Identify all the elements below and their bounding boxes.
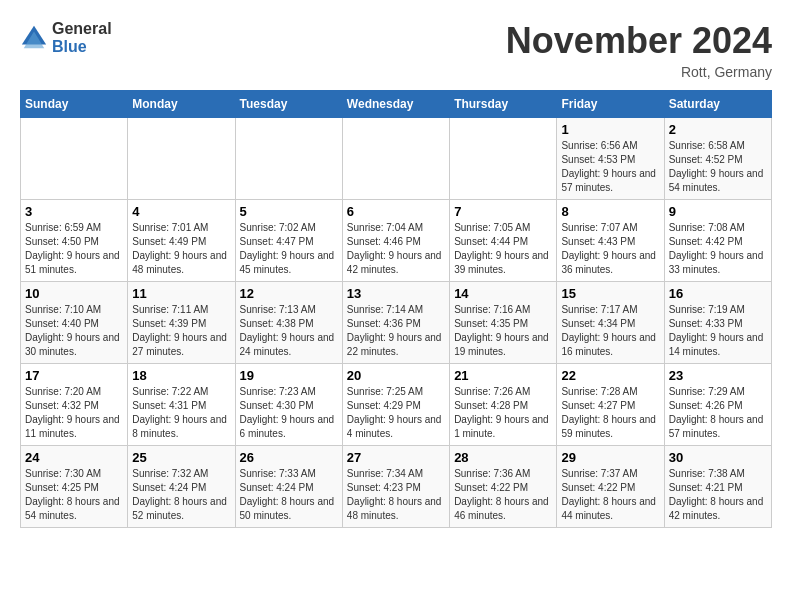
day-number: 2	[669, 122, 767, 137]
day-number: 10	[25, 286, 123, 301]
day-info: Sunrise: 7:25 AM Sunset: 4:29 PM Dayligh…	[347, 385, 445, 441]
day-number: 3	[25, 204, 123, 219]
calendar-cell: 13Sunrise: 7:14 AM Sunset: 4:36 PM Dayli…	[342, 282, 449, 364]
calendar-body: 1Sunrise: 6:56 AM Sunset: 4:53 PM Daylig…	[21, 118, 772, 528]
calendar-cell: 7Sunrise: 7:05 AM Sunset: 4:44 PM Daylig…	[450, 200, 557, 282]
calendar-cell: 28Sunrise: 7:36 AM Sunset: 4:22 PM Dayli…	[450, 446, 557, 528]
logo-text: General Blue	[52, 20, 112, 55]
day-info: Sunrise: 7:08 AM Sunset: 4:42 PM Dayligh…	[669, 221, 767, 277]
title-block: November 2024 Rott, Germany	[506, 20, 772, 80]
day-number: 28	[454, 450, 552, 465]
day-info: Sunrise: 7:33 AM Sunset: 4:24 PM Dayligh…	[240, 467, 338, 523]
day-info: Sunrise: 7:19 AM Sunset: 4:33 PM Dayligh…	[669, 303, 767, 359]
day-number: 18	[132, 368, 230, 383]
calendar-cell: 18Sunrise: 7:22 AM Sunset: 4:31 PM Dayli…	[128, 364, 235, 446]
day-number: 6	[347, 204, 445, 219]
day-number: 20	[347, 368, 445, 383]
logo-icon	[20, 24, 48, 52]
day-number: 12	[240, 286, 338, 301]
day-info: Sunrise: 7:17 AM Sunset: 4:34 PM Dayligh…	[561, 303, 659, 359]
day-info: Sunrise: 7:38 AM Sunset: 4:21 PM Dayligh…	[669, 467, 767, 523]
calendar-cell: 26Sunrise: 7:33 AM Sunset: 4:24 PM Dayli…	[235, 446, 342, 528]
day-number: 21	[454, 368, 552, 383]
day-number: 23	[669, 368, 767, 383]
col-friday: Friday	[557, 91, 664, 118]
calendar-week-2: 10Sunrise: 7:10 AM Sunset: 4:40 PM Dayli…	[21, 282, 772, 364]
day-info: Sunrise: 7:29 AM Sunset: 4:26 PM Dayligh…	[669, 385, 767, 441]
day-info: Sunrise: 7:10 AM Sunset: 4:40 PM Dayligh…	[25, 303, 123, 359]
calendar-cell: 9Sunrise: 7:08 AM Sunset: 4:42 PM Daylig…	[664, 200, 771, 282]
day-info: Sunrise: 7:22 AM Sunset: 4:31 PM Dayligh…	[132, 385, 230, 441]
day-number: 8	[561, 204, 659, 219]
day-info: Sunrise: 7:05 AM Sunset: 4:44 PM Dayligh…	[454, 221, 552, 277]
calendar-cell: 21Sunrise: 7:26 AM Sunset: 4:28 PM Dayli…	[450, 364, 557, 446]
calendar-week-4: 24Sunrise: 7:30 AM Sunset: 4:25 PM Dayli…	[21, 446, 772, 528]
calendar-header: Sunday Monday Tuesday Wednesday Thursday…	[21, 91, 772, 118]
day-info: Sunrise: 7:11 AM Sunset: 4:39 PM Dayligh…	[132, 303, 230, 359]
calendar-cell: 22Sunrise: 7:28 AM Sunset: 4:27 PM Dayli…	[557, 364, 664, 446]
day-number: 11	[132, 286, 230, 301]
calendar-cell: 6Sunrise: 7:04 AM Sunset: 4:46 PM Daylig…	[342, 200, 449, 282]
day-number: 9	[669, 204, 767, 219]
header-row: Sunday Monday Tuesday Wednesday Thursday…	[21, 91, 772, 118]
calendar-cell: 25Sunrise: 7:32 AM Sunset: 4:24 PM Dayli…	[128, 446, 235, 528]
calendar-cell	[342, 118, 449, 200]
day-number: 16	[669, 286, 767, 301]
calendar-cell: 12Sunrise: 7:13 AM Sunset: 4:38 PM Dayli…	[235, 282, 342, 364]
day-info: Sunrise: 7:23 AM Sunset: 4:30 PM Dayligh…	[240, 385, 338, 441]
day-number: 1	[561, 122, 659, 137]
calendar-cell: 27Sunrise: 7:34 AM Sunset: 4:23 PM Dayli…	[342, 446, 449, 528]
day-number: 15	[561, 286, 659, 301]
day-info: Sunrise: 7:34 AM Sunset: 4:23 PM Dayligh…	[347, 467, 445, 523]
calendar-table: Sunday Monday Tuesday Wednesday Thursday…	[20, 90, 772, 528]
day-number: 7	[454, 204, 552, 219]
calendar-week-1: 3Sunrise: 6:59 AM Sunset: 4:50 PM Daylig…	[21, 200, 772, 282]
day-info: Sunrise: 7:30 AM Sunset: 4:25 PM Dayligh…	[25, 467, 123, 523]
day-info: Sunrise: 6:56 AM Sunset: 4:53 PM Dayligh…	[561, 139, 659, 195]
day-info: Sunrise: 7:37 AM Sunset: 4:22 PM Dayligh…	[561, 467, 659, 523]
calendar-cell	[450, 118, 557, 200]
day-info: Sunrise: 7:20 AM Sunset: 4:32 PM Dayligh…	[25, 385, 123, 441]
logo: General Blue	[20, 20, 112, 55]
day-number: 22	[561, 368, 659, 383]
calendar-cell: 1Sunrise: 6:56 AM Sunset: 4:53 PM Daylig…	[557, 118, 664, 200]
day-number: 27	[347, 450, 445, 465]
day-info: Sunrise: 7:32 AM Sunset: 4:24 PM Dayligh…	[132, 467, 230, 523]
day-info: Sunrise: 7:36 AM Sunset: 4:22 PM Dayligh…	[454, 467, 552, 523]
calendar-cell: 14Sunrise: 7:16 AM Sunset: 4:35 PM Dayli…	[450, 282, 557, 364]
day-number: 13	[347, 286, 445, 301]
calendar-cell: 20Sunrise: 7:25 AM Sunset: 4:29 PM Dayli…	[342, 364, 449, 446]
day-info: Sunrise: 7:14 AM Sunset: 4:36 PM Dayligh…	[347, 303, 445, 359]
calendar-week-0: 1Sunrise: 6:56 AM Sunset: 4:53 PM Daylig…	[21, 118, 772, 200]
day-number: 17	[25, 368, 123, 383]
calendar-cell: 2Sunrise: 6:58 AM Sunset: 4:52 PM Daylig…	[664, 118, 771, 200]
calendar-cell: 8Sunrise: 7:07 AM Sunset: 4:43 PM Daylig…	[557, 200, 664, 282]
day-info: Sunrise: 7:16 AM Sunset: 4:35 PM Dayligh…	[454, 303, 552, 359]
calendar-cell: 16Sunrise: 7:19 AM Sunset: 4:33 PM Dayli…	[664, 282, 771, 364]
logo-blue: Blue	[52, 38, 112, 56]
day-number: 24	[25, 450, 123, 465]
day-info: Sunrise: 7:07 AM Sunset: 4:43 PM Dayligh…	[561, 221, 659, 277]
calendar-cell	[128, 118, 235, 200]
day-info: Sunrise: 7:02 AM Sunset: 4:47 PM Dayligh…	[240, 221, 338, 277]
col-saturday: Saturday	[664, 91, 771, 118]
calendar-week-3: 17Sunrise: 7:20 AM Sunset: 4:32 PM Dayli…	[21, 364, 772, 446]
calendar-cell	[235, 118, 342, 200]
day-info: Sunrise: 7:26 AM Sunset: 4:28 PM Dayligh…	[454, 385, 552, 441]
day-number: 29	[561, 450, 659, 465]
day-info: Sunrise: 7:13 AM Sunset: 4:38 PM Dayligh…	[240, 303, 338, 359]
day-number: 30	[669, 450, 767, 465]
col-sunday: Sunday	[21, 91, 128, 118]
month-title: November 2024	[506, 20, 772, 62]
day-number: 26	[240, 450, 338, 465]
day-number: 19	[240, 368, 338, 383]
calendar-cell: 29Sunrise: 7:37 AM Sunset: 4:22 PM Dayli…	[557, 446, 664, 528]
col-monday: Monday	[128, 91, 235, 118]
calendar-cell: 17Sunrise: 7:20 AM Sunset: 4:32 PM Dayli…	[21, 364, 128, 446]
day-info: Sunrise: 7:01 AM Sunset: 4:49 PM Dayligh…	[132, 221, 230, 277]
calendar-cell: 23Sunrise: 7:29 AM Sunset: 4:26 PM Dayli…	[664, 364, 771, 446]
location: Rott, Germany	[506, 64, 772, 80]
day-info: Sunrise: 7:04 AM Sunset: 4:46 PM Dayligh…	[347, 221, 445, 277]
col-thursday: Thursday	[450, 91, 557, 118]
day-info: Sunrise: 7:28 AM Sunset: 4:27 PM Dayligh…	[561, 385, 659, 441]
